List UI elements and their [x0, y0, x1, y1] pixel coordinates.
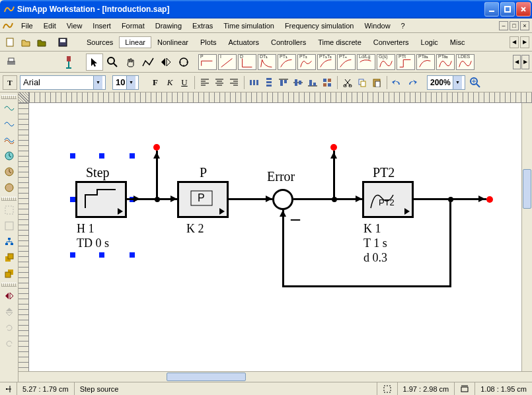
open2-button[interactable] — [34, 35, 49, 50]
cat-actuators[interactable]: Actuators — [223, 36, 265, 48]
cat-linear[interactable]: Linear — [119, 36, 151, 48]
sb-clock1[interactable] — [1, 149, 17, 163]
cat-plots[interactable]: Plots — [194, 36, 222, 48]
block-p[interactable]: P — [198, 54, 217, 70]
align-mid-button[interactable] — [291, 75, 305, 90]
cat-scroll-left[interactable]: ◀ — [510, 36, 519, 48]
cat-misc[interactable]: Misc — [444, 36, 471, 48]
block-ptn[interactable]: PTₙ — [337, 54, 356, 70]
menu-time-sim[interactable]: Time simulation — [218, 20, 280, 31]
cat-converters[interactable]: Converters — [367, 36, 415, 48]
block-d[interactable]: D — [238, 54, 256, 70]
canvas[interactable]: Step H 1 TD 0 s — [29, 103, 521, 371]
maximize-button[interactable] — [500, 2, 515, 17]
open-button[interactable] — [19, 35, 33, 50]
block-ldes[interactable]: LDES — [456, 54, 475, 70]
font-size-select[interactable]: 10▼ — [112, 75, 139, 90]
close-button[interactable] — [516, 2, 531, 17]
cat-timediscrete[interactable]: Time discrete — [312, 36, 367, 48]
minimize-button[interactable] — [484, 2, 499, 17]
sb-rotate1[interactable] — [1, 320, 17, 335]
print-button[interactable] — [3, 54, 20, 71]
zoom-tool[interactable] — [104, 54, 121, 71]
menu-view[interactable]: View — [61, 20, 88, 31]
step-block[interactable] — [75, 181, 127, 218]
sb-clock3[interactable] — [1, 180, 17, 195]
align-bot-button[interactable] — [305, 75, 320, 90]
pointer-tool[interactable] — [86, 54, 103, 71]
align-right-button[interactable] — [227, 75, 241, 90]
sb-clock2[interactable] — [1, 164, 17, 179]
distribute-h-button[interactable] — [247, 75, 262, 90]
sb-wave2[interactable] — [1, 117, 17, 131]
zoom-in-button[interactable] — [468, 75, 482, 90]
underline-button[interactable]: U — [177, 75, 192, 90]
bold-button[interactable]: F — [148, 75, 163, 90]
undo-button[interactable] — [390, 75, 404, 90]
sb-flip-h[interactable] — [1, 289, 17, 303]
block-scroll-right[interactable]: ▶ — [521, 55, 529, 69]
sb-group1[interactable] — [1, 203, 17, 217]
block-pta2[interactable]: PTa₂ — [436, 54, 455, 70]
block-ldlg[interactable]: Ld/Lg — [357, 54, 375, 70]
pt2-block[interactable]: PT2 — [362, 181, 414, 218]
align-top-button[interactable] — [276, 75, 291, 90]
pan-tool[interactable] — [122, 54, 139, 71]
sb-flip-v[interactable] — [1, 305, 17, 319]
menu-edit[interactable]: Edit — [38, 20, 61, 31]
block-scroll-left[interactable]: ◀ — [513, 55, 521, 69]
sb-group2[interactable] — [1, 219, 17, 233]
block-gs[interactable]: G(s) — [377, 54, 395, 70]
menu-file[interactable]: File — [16, 20, 38, 31]
block-i[interactable]: I — [218, 54, 237, 70]
cat-sources[interactable]: Sources — [81, 36, 119, 48]
block-pta1[interactable]: PTa₁ — [416, 54, 435, 70]
mdi-minimize-button[interactable]: – — [499, 21, 508, 30]
menu-insert[interactable]: Insert — [87, 20, 116, 31]
mdi-restore-button[interactable]: □ — [510, 21, 519, 30]
block-pt1t2[interactable]: PT₁T₂ — [317, 54, 336, 70]
scrollbar-vertical[interactable] — [521, 103, 532, 371]
grid-button[interactable] — [320, 75, 334, 90]
block-dt1[interactable]: DT₁ — [258, 54, 276, 70]
cat-nonlinear[interactable]: Nonlinear — [151, 36, 194, 48]
align-left-button[interactable] — [198, 75, 212, 90]
text-tool[interactable]: T — [3, 75, 17, 90]
italic-button[interactable]: K — [163, 75, 177, 90]
redo-button[interactable] — [404, 75, 419, 90]
block-pt2[interactable]: PT₂ — [297, 54, 316, 70]
cat-controllers[interactable]: Controllers — [265, 36, 312, 48]
sb-wave1[interactable] — [1, 101, 17, 116]
menu-format[interactable]: Format — [116, 20, 150, 31]
probe-tool[interactable] — [60, 54, 77, 71]
paste-button[interactable] — [369, 75, 384, 90]
sb-wave3[interactable] — [1, 133, 17, 147]
mdi-close-button[interactable]: × — [520, 21, 529, 30]
p-block[interactable]: P — [177, 181, 229, 218]
sb-layers2[interactable] — [1, 266, 17, 281]
menu-extras[interactable]: Extras — [187, 20, 218, 31]
cat-scroll-right[interactable]: ▶ — [520, 36, 529, 48]
sb-rotate2[interactable] — [1, 336, 17, 351]
line-tool[interactable] — [139, 54, 157, 71]
copy-button[interactable] — [355, 75, 369, 90]
flip-tool[interactable] — [157, 54, 174, 71]
menu-help[interactable]: ? — [396, 20, 410, 31]
block-ptt[interactable]: PTt — [397, 54, 415, 70]
scrollbar-horizontal[interactable] — [48, 372, 521, 382]
distribute-v-button[interactable] — [262, 75, 276, 90]
align-center-button[interactable] — [212, 75, 227, 90]
menu-freq-sim[interactable]: Frequency simulation — [280, 20, 360, 31]
menu-window[interactable]: Window — [359, 20, 395, 31]
zoom-select[interactable]: 200%▼ — [427, 75, 465, 90]
cat-logic[interactable]: Logic — [415, 36, 444, 48]
new-button[interactable] — [3, 35, 17, 50]
sb-hierarchy[interactable] — [1, 234, 17, 249]
font-select[interactable]: Arial▼ — [20, 75, 106, 90]
sum-tool[interactable] — [175, 54, 192, 71]
menu-drawing[interactable]: Drawing — [150, 20, 187, 31]
block-pt1[interactable]: PT₁ — [278, 54, 296, 70]
save-button[interactable] — [56, 35, 70, 50]
cut-button[interactable] — [340, 75, 355, 90]
sb-layers1[interactable] — [1, 250, 17, 265]
